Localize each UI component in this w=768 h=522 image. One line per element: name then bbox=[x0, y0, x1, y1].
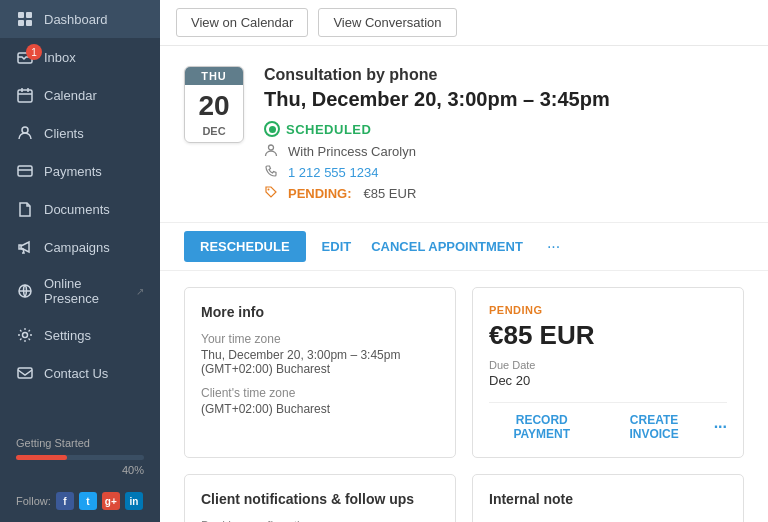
internal-note-card: Internal note ADD NOTE bbox=[472, 474, 744, 522]
cal-day-num: 20 bbox=[185, 85, 243, 125]
sidebar-item-inbox[interactable]: 1 Inbox bbox=[0, 38, 160, 76]
action-bar: RESCHEDULE EDIT CANCEL APPOINTMENT ··· bbox=[160, 223, 768, 271]
view-conversation-button[interactable]: View Conversation bbox=[318, 8, 456, 37]
inbox-badge: 1 bbox=[26, 44, 42, 60]
linkedin-icon[interactable]: in bbox=[125, 492, 143, 510]
getting-started-label: Getting Started 40% bbox=[0, 425, 160, 488]
appointment-title: Consultation by phone bbox=[264, 66, 744, 84]
gear-icon bbox=[16, 326, 34, 344]
more-info-title: More info bbox=[201, 304, 439, 320]
pending-card: PENDING €85 EUR Due Date Dec 20 RECORD P… bbox=[472, 287, 744, 458]
sidebar-label-clients: Clients bbox=[44, 126, 84, 141]
appointment-details: Consultation by phone Thu, December 20, … bbox=[264, 66, 744, 206]
cancel-appointment-button[interactable]: CANCEL APPOINTMENT bbox=[367, 231, 527, 262]
grid-icon bbox=[16, 10, 34, 28]
sidebar-item-contact-us[interactable]: Contact Us bbox=[0, 354, 160, 392]
sidebar-item-documents[interactable]: Documents bbox=[0, 190, 160, 228]
pending-card-amount: €85 EUR bbox=[489, 320, 727, 351]
external-link-icon: ↗ bbox=[136, 286, 144, 297]
svg-rect-0 bbox=[18, 12, 24, 18]
status-row: SCHEDULED bbox=[264, 121, 744, 137]
sidebar-label-settings: Settings bbox=[44, 328, 91, 343]
pending-amount: €85 EUR bbox=[364, 186, 417, 201]
svg-rect-1 bbox=[26, 12, 32, 18]
create-invoice-button[interactable]: CREATE INVOICE bbox=[606, 413, 701, 441]
sidebar-item-online-presence[interactable]: Online Presence ↗ bbox=[0, 266, 160, 316]
record-payment-button[interactable]: RECORD PAYMENT bbox=[489, 413, 594, 441]
more-info-card: More info Your time zone Thu, December 2… bbox=[184, 287, 456, 458]
progress-percent: 40% bbox=[16, 464, 144, 476]
megaphone-icon bbox=[16, 238, 34, 256]
appointment-time: Thu, December 20, 3:00pm – 3:45pm bbox=[264, 88, 744, 111]
due-label: Due Date bbox=[489, 359, 727, 371]
sidebar-label-contact-us: Contact Us bbox=[44, 366, 108, 381]
svg-rect-14 bbox=[18, 368, 32, 378]
svg-point-16 bbox=[268, 189, 270, 191]
googleplus-icon[interactable]: g+ bbox=[102, 492, 120, 510]
pending-tag-label: PENDING: bbox=[288, 186, 352, 201]
your-tz-value: Thu, December 20, 3:00pm – 3:45pm (GMT+0… bbox=[201, 348, 439, 376]
cards-grid: More info Your time zone Thu, December 2… bbox=[160, 271, 768, 522]
with-label: With Princess Carolyn bbox=[288, 144, 416, 159]
credit-card-icon bbox=[16, 162, 34, 180]
content-area: THU 20 DEC Consultation by phone Thu, De… bbox=[160, 46, 768, 522]
sidebar-label-dashboard: Dashboard bbox=[44, 12, 108, 27]
sidebar-label-online-presence: Online Presence bbox=[44, 276, 126, 306]
sidebar-label-calendar: Calendar bbox=[44, 88, 97, 103]
pending-row: PENDING: €85 EUR bbox=[264, 185, 744, 202]
facebook-icon[interactable]: f bbox=[56, 492, 74, 510]
follow-row: Follow: f t g+ in bbox=[0, 488, 160, 522]
sidebar-item-clients[interactable]: Clients bbox=[0, 114, 160, 152]
client-tz-value: (GMT+02:00) Bucharest bbox=[201, 402, 439, 416]
svg-rect-2 bbox=[18, 20, 24, 26]
notifications-card: Client notifications & follow ups Bookin… bbox=[184, 474, 456, 522]
due-value: Dec 20 bbox=[489, 373, 727, 388]
sidebar-label-documents: Documents bbox=[44, 202, 110, 217]
sidebar-label-campaigns: Campaigns bbox=[44, 240, 110, 255]
notifications-title: Client notifications & follow ups bbox=[201, 491, 439, 507]
sidebar-item-settings[interactable]: Settings bbox=[0, 316, 160, 354]
your-tz-label: Your time zone bbox=[201, 332, 439, 346]
appointment-header: THU 20 DEC Consultation by phone Thu, De… bbox=[160, 46, 768, 223]
sidebar-item-payments[interactable]: Payments bbox=[0, 152, 160, 190]
phone-link[interactable]: 1 212 555 1234 bbox=[288, 165, 378, 180]
phone-icon bbox=[264, 164, 280, 181]
calendar-date-icon: THU 20 DEC bbox=[184, 66, 244, 143]
sidebar-bottom: Getting Started 40% Follow: f t g+ in bbox=[0, 425, 160, 522]
cal-day-abbr: THU bbox=[185, 67, 243, 85]
sidebar-item-dashboard[interactable]: Dashboard bbox=[0, 0, 160, 38]
sidebar-label-inbox: Inbox bbox=[44, 50, 76, 65]
sidebar-item-campaigns[interactable]: Campaigns bbox=[0, 228, 160, 266]
pending-more-button[interactable]: ··· bbox=[714, 418, 727, 436]
reschedule-button[interactable]: RESCHEDULE bbox=[184, 231, 306, 262]
main-content: View on Calendar View Conversation THU 2… bbox=[160, 0, 768, 522]
svg-point-9 bbox=[22, 127, 28, 133]
cal-month-abbr: DEC bbox=[185, 125, 243, 142]
person-small-icon bbox=[264, 143, 280, 160]
svg-rect-3 bbox=[26, 20, 32, 26]
svg-point-13 bbox=[23, 333, 28, 338]
more-actions-button[interactable]: ··· bbox=[539, 234, 568, 260]
tag-icon bbox=[264, 185, 280, 202]
svg-rect-5 bbox=[18, 90, 32, 102]
view-calendar-button[interactable]: View on Calendar bbox=[176, 8, 308, 37]
globe-icon bbox=[16, 282, 34, 300]
top-bar: View on Calendar View Conversation bbox=[160, 0, 768, 46]
pending-card-actions: RECORD PAYMENT CREATE INVOICE ··· bbox=[489, 402, 727, 441]
sidebar-item-calendar[interactable]: Calendar bbox=[0, 76, 160, 114]
svg-point-15 bbox=[269, 145, 274, 150]
sidebar-label-payments: Payments bbox=[44, 164, 102, 179]
status-dot-icon bbox=[264, 121, 280, 137]
pending-status-label: PENDING bbox=[489, 304, 727, 316]
envelope-icon bbox=[16, 364, 34, 382]
svg-rect-10 bbox=[18, 166, 32, 176]
follow-label: Follow: bbox=[16, 495, 51, 507]
edit-button[interactable]: EDIT bbox=[318, 231, 356, 262]
phone-row: 1 212 555 1234 bbox=[264, 164, 744, 181]
status-text: SCHEDULED bbox=[286, 122, 371, 137]
twitter-icon[interactable]: t bbox=[79, 492, 97, 510]
calendar-icon bbox=[16, 86, 34, 104]
with-row: With Princess Carolyn bbox=[264, 143, 744, 160]
file-icon bbox=[16, 200, 34, 218]
person-icon bbox=[16, 124, 34, 142]
